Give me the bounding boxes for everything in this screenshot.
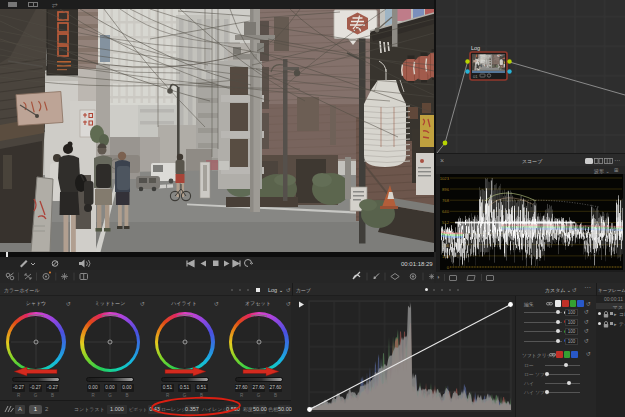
svg-text:00:01:18:29: 00:01:18:29	[401, 261, 433, 267]
svg-text:896: 896	[442, 187, 450, 192]
svg-text:1023: 1023	[440, 176, 450, 181]
svg-text:768: 768	[442, 198, 450, 203]
svg-text:640: 640	[442, 209, 450, 214]
